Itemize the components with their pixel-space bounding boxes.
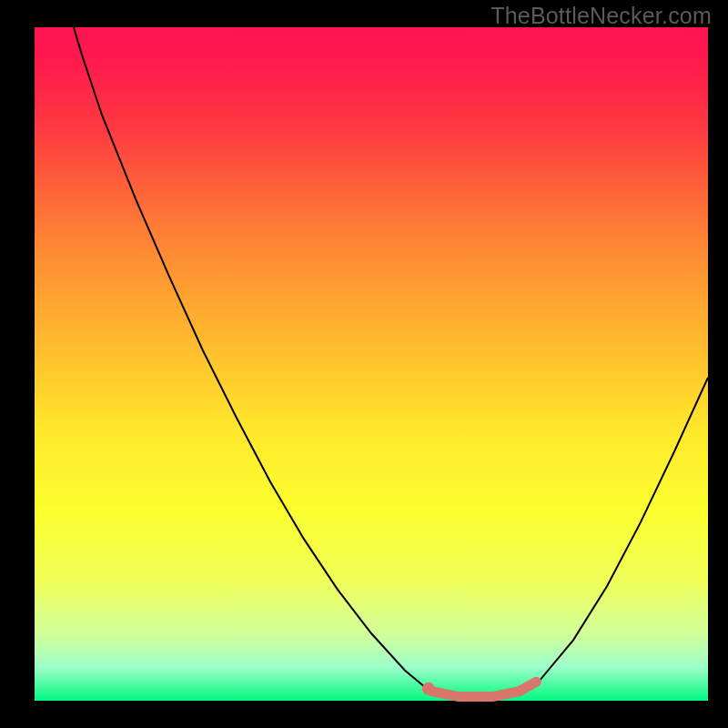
chart-container: TheBottleNecker.com bbox=[0, 0, 728, 728]
series-highlight-dot bbox=[422, 682, 435, 695]
plot-background bbox=[35, 27, 708, 701]
watermark-text: TheBottleNecker.com bbox=[490, 3, 712, 29]
chart-svg bbox=[0, 0, 728, 728]
